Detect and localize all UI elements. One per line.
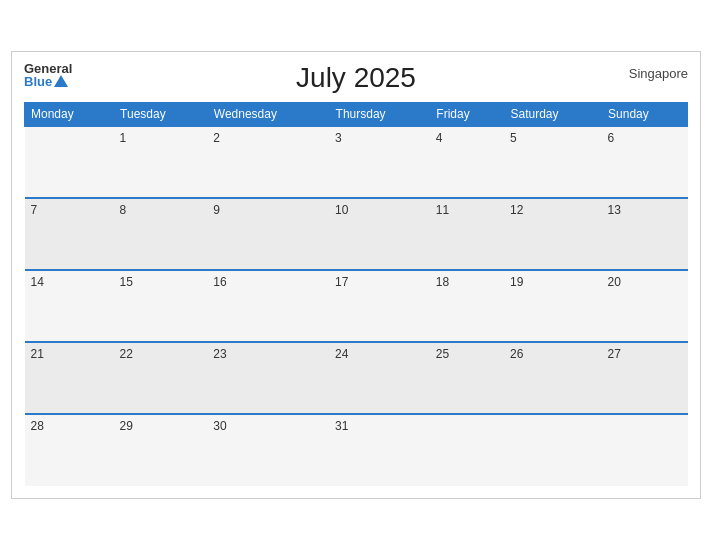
calendar-day-cell: 27 <box>602 342 688 414</box>
calendar-header: General Blue July 2025 Singapore <box>24 62 688 94</box>
day-number: 5 <box>510 131 517 145</box>
day-number: 19 <box>510 275 523 289</box>
calendar-day-cell <box>602 414 688 486</box>
calendar-day-cell <box>504 414 602 486</box>
calendar-day-cell: 10 <box>329 198 430 270</box>
header-wednesday: Wednesday <box>207 103 329 127</box>
calendar-day-cell: 6 <box>602 126 688 198</box>
calendar-day-cell: 25 <box>430 342 504 414</box>
day-number: 8 <box>120 203 127 217</box>
header-sunday: Sunday <box>602 103 688 127</box>
calendar-day-cell: 22 <box>114 342 208 414</box>
calendar-day-cell: 2 <box>207 126 329 198</box>
calendar-day-cell: 29 <box>114 414 208 486</box>
day-number: 20 <box>608 275 621 289</box>
country-label: Singapore <box>629 66 688 81</box>
calendar-day-cell: 8 <box>114 198 208 270</box>
day-number: 31 <box>335 419 348 433</box>
day-number: 7 <box>31 203 38 217</box>
calendar-day-cell: 21 <box>25 342 114 414</box>
calendar-day-cell: 11 <box>430 198 504 270</box>
calendar-day-cell: 4 <box>430 126 504 198</box>
day-number: 11 <box>436 203 449 217</box>
calendar-day-cell: 15 <box>114 270 208 342</box>
table-row: 123456 <box>25 126 688 198</box>
calendar-day-cell: 12 <box>504 198 602 270</box>
header-monday: Monday <box>25 103 114 127</box>
day-number: 24 <box>335 347 348 361</box>
calendar-day-cell: 26 <box>504 342 602 414</box>
calendar-day-cell: 7 <box>25 198 114 270</box>
day-number: 3 <box>335 131 342 145</box>
day-number: 15 <box>120 275 133 289</box>
calendar-day-cell <box>430 414 504 486</box>
day-number: 4 <box>436 131 443 145</box>
calendar-table: Monday Tuesday Wednesday Thursday Friday… <box>24 102 688 486</box>
calendar-day-cell: 30 <box>207 414 329 486</box>
day-number: 16 <box>213 275 226 289</box>
day-number: 23 <box>213 347 226 361</box>
day-number: 21 <box>31 347 44 361</box>
day-number: 14 <box>31 275 44 289</box>
day-number: 26 <box>510 347 523 361</box>
calendar-day-cell: 1 <box>114 126 208 198</box>
calendar-day-cell: 5 <box>504 126 602 198</box>
day-number: 25 <box>436 347 449 361</box>
logo: General Blue <box>24 62 72 88</box>
day-number: 12 <box>510 203 523 217</box>
day-number: 13 <box>608 203 621 217</box>
logo-triangle-icon <box>54 75 68 87</box>
header-saturday: Saturday <box>504 103 602 127</box>
calendar-day-cell: 3 <box>329 126 430 198</box>
calendar-day-cell: 19 <box>504 270 602 342</box>
table-row: 14151617181920 <box>25 270 688 342</box>
day-number: 2 <box>213 131 220 145</box>
calendar-day-cell: 24 <box>329 342 430 414</box>
day-number: 30 <box>213 419 226 433</box>
day-number: 28 <box>31 419 44 433</box>
day-number: 9 <box>213 203 220 217</box>
day-number: 1 <box>120 131 127 145</box>
calendar-day-cell: 31 <box>329 414 430 486</box>
calendar-title: July 2025 <box>296 62 416 94</box>
calendar-day-cell: 9 <box>207 198 329 270</box>
calendar-day-cell: 18 <box>430 270 504 342</box>
header-thursday: Thursday <box>329 103 430 127</box>
table-row: 21222324252627 <box>25 342 688 414</box>
weekday-header-row: Monday Tuesday Wednesday Thursday Friday… <box>25 103 688 127</box>
calendar-day-cell: 28 <box>25 414 114 486</box>
calendar-day-cell <box>25 126 114 198</box>
day-number: 6 <box>608 131 615 145</box>
calendar: General Blue July 2025 Singapore Monday … <box>11 51 701 499</box>
day-number: 17 <box>335 275 348 289</box>
logo-blue-text: Blue <box>24 75 72 88</box>
day-number: 10 <box>335 203 348 217</box>
day-number: 27 <box>608 347 621 361</box>
calendar-day-cell: 14 <box>25 270 114 342</box>
header-tuesday: Tuesday <box>114 103 208 127</box>
day-number: 18 <box>436 275 449 289</box>
calendar-day-cell: 16 <box>207 270 329 342</box>
calendar-day-cell: 13 <box>602 198 688 270</box>
table-row: 78910111213 <box>25 198 688 270</box>
day-number: 22 <box>120 347 133 361</box>
calendar-day-cell: 23 <box>207 342 329 414</box>
header-friday: Friday <box>430 103 504 127</box>
day-number: 29 <box>120 419 133 433</box>
calendar-day-cell: 20 <box>602 270 688 342</box>
table-row: 28293031 <box>25 414 688 486</box>
calendar-day-cell: 17 <box>329 270 430 342</box>
